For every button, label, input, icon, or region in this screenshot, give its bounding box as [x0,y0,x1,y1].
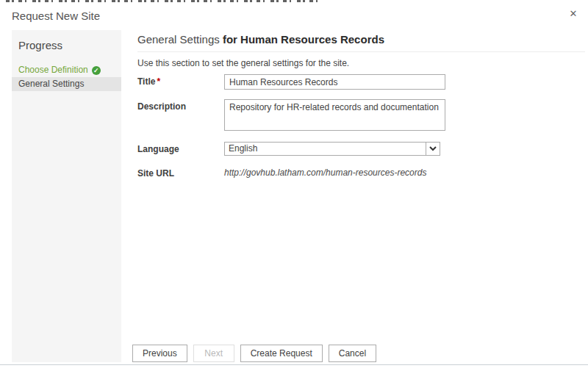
clipped-background-text [6,0,323,2]
footer-button-bar: Previous Next Create Request Cancel [132,345,376,362]
required-asterisk: * [157,76,160,87]
title-label: Title* [137,76,160,87]
dialog-title: Request New Site [12,10,100,22]
section-intro: Use this section to set the general sett… [137,58,349,68]
description-label: Description [137,101,186,112]
progress-sidebar: Progress Choose Definition ✓ General Set… [12,30,121,362]
next-button: Next [193,345,234,362]
title-label-text: Title [137,76,155,87]
sidebar-item-choose-definition[interactable]: Choose Definition ✓ [12,63,121,77]
close-icon[interactable]: ✕ [565,6,581,22]
site-url-value: http://govhub.latham.com/human-resources… [224,168,426,178]
sidebar-item-label: Choose Definition [18,63,88,77]
dialog-bottom-border [0,364,588,365]
page-title-subject: for Human Resources Records [223,33,384,46]
language-label: Language [137,144,179,154]
sidebar-heading: Progress [12,30,121,51]
sidebar-item-general-settings[interactable]: General Settings [12,77,121,91]
sidebar-item-label: General Settings [18,77,84,91]
chevron-down-icon[interactable] [426,143,440,155]
cancel-button[interactable]: Cancel [329,345,376,362]
language-select[interactable]: English [224,142,440,156]
title-input[interactable] [224,74,445,90]
page-title: General Settings for Human Resources Rec… [137,33,384,46]
step-complete-check-icon: ✓ [92,66,101,75]
site-url-label: Site URL [137,168,174,179]
page-title-prefix: General Settings [137,33,223,46]
create-request-button[interactable]: Create Request [240,345,323,362]
heading-divider [137,51,585,52]
description-textarea[interactable]: Repository for HR-related records and do… [224,99,445,131]
language-selected-value: English [229,143,257,154]
previous-button[interactable]: Previous [132,345,187,362]
progress-steps: Choose Definition ✓ General Settings [12,63,121,91]
